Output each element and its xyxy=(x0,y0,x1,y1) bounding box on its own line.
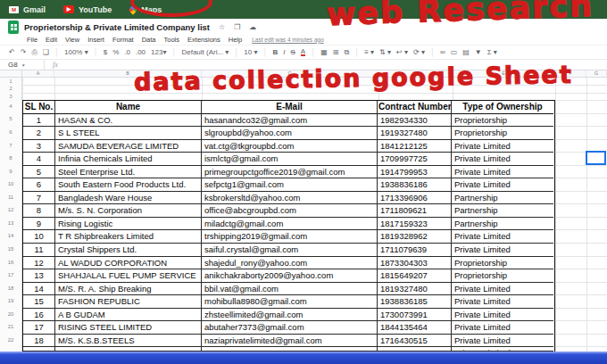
cell-sl[interactable]: 1 xyxy=(23,114,55,128)
cell-ownership[interactable]: Proprietorship xyxy=(452,114,553,128)
percent-format-icon[interactable]: % xyxy=(112,48,119,56)
menu-data[interactable]: Data xyxy=(142,36,156,44)
menu-view[interactable]: View xyxy=(65,36,79,44)
cell-email[interactable]: abutaher7373@gmail.com xyxy=(202,321,378,335)
filter-icon[interactable]: ▼ xyxy=(475,48,482,56)
cell-ownership[interactable]: Proprietorship xyxy=(452,257,553,270)
cell-sl[interactable]: 11 xyxy=(23,244,55,257)
cell-email[interactable]: sefpctg1@gmail.com xyxy=(202,178,378,192)
cell-email[interactable]: saiful.crystal@gmail.com xyxy=(202,244,378,257)
redo-icon[interactable]: ↷ xyxy=(21,48,27,56)
header-cell[interactable]: Type of Ownership xyxy=(452,101,553,114)
menu-format[interactable]: Format xyxy=(112,36,134,44)
cell-contract[interactable]: 1730073991 xyxy=(378,309,452,322)
cell-ownership[interactable]: Partnership xyxy=(452,218,553,231)
cell-contract[interactable]: 1711809621 xyxy=(378,204,452,218)
currency-format-icon[interactable]: $ xyxy=(104,48,107,56)
row-number[interactable]: 14 xyxy=(0,229,21,243)
name-box[interactable]: G8 ▼ xyxy=(0,60,45,70)
functions-icon[interactable]: Σ ▾ xyxy=(487,48,497,56)
cell-name[interactable]: SHAHJALAL FUEL PUMP SERVICE xyxy=(55,269,202,283)
cell-ownership[interactable]: Partnership xyxy=(452,204,553,218)
cell-contract[interactable]: 1716430515 xyxy=(378,335,452,348)
row-number[interactable]: 3 xyxy=(0,93,21,100)
cell-sl[interactable]: 14 xyxy=(23,283,55,296)
cell-email[interactable]: slgroupbd@yahoo.com xyxy=(202,127,378,140)
cell-contract[interactable]: 1819328962 xyxy=(378,230,452,244)
cell-name[interactable]: T R Shipbreakers Limited xyxy=(55,230,202,244)
row-number[interactable]: 15 xyxy=(0,243,21,256)
zoom-select[interactable]: 100% ▾ xyxy=(64,48,88,56)
cell-name[interactable]: Crystal Shippers Ltd. xyxy=(55,244,202,257)
cell-name[interactable]: A B GUDAM xyxy=(55,309,202,322)
text-color-icon[interactable]: A xyxy=(301,48,305,56)
cell-sl[interactable]: 6 xyxy=(23,178,55,192)
vertical-align-icon[interactable]: ⇅ ▾ xyxy=(379,48,391,56)
header-cell[interactable]: SL No. xyxy=(23,101,55,114)
cell-ownership[interactable]: Proprietorship xyxy=(452,127,553,140)
row-number[interactable]: 9 xyxy=(0,165,21,178)
insert-link-icon[interactable]: ∞ xyxy=(440,48,445,56)
cell-name[interactable]: M/s. S. N. Corporation xyxy=(55,204,202,218)
cell-email[interactable]: office@abcgroupbd.com xyxy=(202,204,378,218)
header-cell[interactable]: E-Mail xyxy=(202,101,378,114)
cell-ownership[interactable]: Private Limited xyxy=(452,335,553,348)
cell-name[interactable]: Rising Logistic xyxy=(55,218,202,231)
cell-contract[interactable]: 1873304303 xyxy=(378,257,452,270)
menu-extensions[interactable]: Extensions xyxy=(187,36,220,44)
cell-ownership[interactable]: Private Limited xyxy=(452,178,553,192)
cell-contract[interactable]: 1817159323 xyxy=(378,218,452,231)
text-wrap-icon[interactable]: ↩ ▾ xyxy=(396,48,408,56)
row-number[interactable]: 12 xyxy=(0,203,21,217)
merge-cells-icon[interactable]: ⧉ xyxy=(344,48,349,57)
cell-email[interactable]: vat.ctg@tkgroupbd.com xyxy=(202,140,378,153)
row-number[interactable]: 20 xyxy=(0,308,21,321)
star-icon[interactable]: ☆ xyxy=(219,23,225,31)
cell-name[interactable]: Bangladesh Ware House xyxy=(55,192,202,205)
bold-icon[interactable]: B xyxy=(273,48,279,56)
cell-name[interactable]: AL WADUD CORPORATION xyxy=(55,257,202,270)
cell-ownership[interactable]: Private Limited xyxy=(452,283,553,296)
cell-name[interactable]: Steel Enterprise Ltd. xyxy=(55,166,202,179)
cell-email[interactable]: zhsteellimited@gmail.com xyxy=(202,309,378,322)
selected-cell-g8[interactable] xyxy=(586,151,606,165)
row-number[interactable]: 7 xyxy=(0,139,21,153)
row-number[interactable]: 19 xyxy=(0,294,21,308)
cell-name[interactable]: M/S. R. A. Ship Breaking xyxy=(55,283,202,296)
horizontal-align-icon[interactable]: ≡ ▾ xyxy=(364,48,374,56)
cell-ownership[interactable]: Private Limited xyxy=(452,309,553,322)
menu-file[interactable]: File xyxy=(27,36,37,44)
strikethrough-icon[interactable]: S xyxy=(291,48,295,56)
cell-sl[interactable]: 4 xyxy=(23,153,55,166)
text-rotation-icon[interactable]: ⟳ ▾ xyxy=(413,48,425,56)
cell-sl[interactable]: 7 xyxy=(23,192,55,205)
cell-email[interactable]: hasanandco32@gmail.com xyxy=(202,114,378,128)
cell-sl[interactable]: 2 xyxy=(23,127,55,140)
cell-ownership[interactable]: Private Limited xyxy=(452,153,553,166)
bookmark-gmail[interactable]: M Gmail xyxy=(9,5,46,14)
cell-sl[interactable]: 17 xyxy=(23,321,55,335)
column-header[interactable]: A xyxy=(22,70,54,77)
italic-icon[interactable]: I xyxy=(283,48,285,56)
column-header[interactable]: G xyxy=(586,70,607,77)
cell-name[interactable]: South Eastern Food Products Ltd. xyxy=(55,178,202,192)
cell-name[interactable]: M/S. K.S.B.STEELS xyxy=(55,335,202,348)
menu-help[interactable]: Help xyxy=(229,36,242,44)
cell-contract[interactable]: 1815649207 xyxy=(378,269,452,283)
cell-sl[interactable]: 16 xyxy=(23,309,55,322)
decrease-decimal-icon[interactable]: .0 xyxy=(124,48,130,56)
cell-email[interactable]: mohibulla8980@gmail.com xyxy=(202,295,378,309)
last-edit-link[interactable]: Last edit was 4 minutes ago xyxy=(252,37,324,43)
menu-edit[interactable]: Edit xyxy=(46,36,57,44)
cell-contract[interactable]: 1938836185 xyxy=(378,295,452,309)
cell-contract[interactable]: 1982934330 xyxy=(378,114,452,128)
row-number[interactable]: 11 xyxy=(0,191,21,204)
cell-contract[interactable]: 1919327480 xyxy=(378,127,452,140)
row-number[interactable]: 2 xyxy=(0,85,21,92)
insert-comment-icon[interactable]: ▭ xyxy=(451,48,458,56)
select-all-corner[interactable] xyxy=(0,70,22,78)
cell-ownership[interactable]: Private Limited xyxy=(452,166,553,179)
cell-ownership[interactable]: Private Limited xyxy=(452,321,553,335)
cell-contract[interactable]: 1914799953 xyxy=(378,166,452,179)
cell-contract[interactable]: 1938836186 xyxy=(378,178,452,192)
